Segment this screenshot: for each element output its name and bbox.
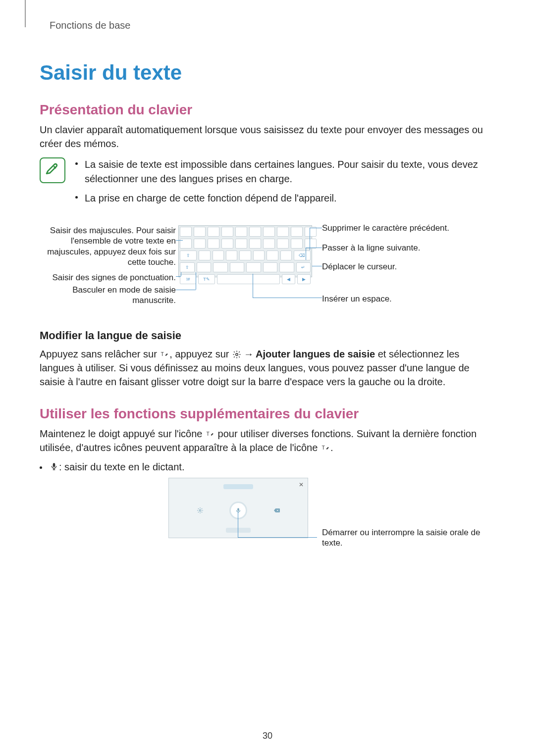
keyboard-diagram: ⇧⌫ ⇧↵ !#T✎◀▶ Saisir des majuscules. Pour… xyxy=(40,220,495,309)
language-paragraph: Appuyez sans relâcher sur T, appuyez sur… xyxy=(40,347,495,389)
note-text: La prise en charge de cette fonction dép… xyxy=(85,191,337,205)
bullet-voice-input: : saisir du texte en le dictant. xyxy=(40,461,495,473)
callout-handwriting: Basculer en mode de saisie manuscrite. xyxy=(40,285,176,306)
callout-voice: Démarrer ou interrompre la saisie orale … xyxy=(322,527,481,549)
note-box: La saisie de texte est impossible dans c… xyxy=(40,157,495,210)
svg-text:T: T xyxy=(161,351,164,357)
handwriting-icon: T xyxy=(321,443,330,453)
bullet-icon xyxy=(75,196,78,199)
keyboard-body: ⇧⌫ ⇧↵ !#T✎◀▶ xyxy=(178,225,312,277)
bullet-icon xyxy=(75,162,78,165)
svg-rect-4 xyxy=(53,463,55,467)
header-rule xyxy=(25,0,26,27)
svg-text:T: T xyxy=(321,445,325,451)
backspace-key-icon: ⌫ xyxy=(294,251,311,260)
voice-result-bar xyxy=(223,484,253,489)
microphone-icon xyxy=(49,461,59,471)
callout-cursor: Déplacer le curseur. xyxy=(322,261,397,272)
callout-backspace: Supprimer le caractère précédent. xyxy=(322,223,449,233)
voice-language-bar xyxy=(226,528,251,533)
section-heading-extra: Utiliser les fonctions supplémentaires d… xyxy=(40,406,495,422)
svg-text:T: T xyxy=(207,431,210,437)
microphone-icon xyxy=(231,503,246,518)
gear-icon xyxy=(195,505,206,516)
callout-shift: Saisir des majuscules. Pour saisir l'ens… xyxy=(40,225,176,267)
return-key-icon: ↵ xyxy=(296,262,311,272)
svg-rect-6 xyxy=(237,508,239,511)
voice-input-diagram: ✕ Démarrer ou interrompre la saisie oral… xyxy=(168,478,515,552)
note-text: La saisie de texte est impossible dans c… xyxy=(85,157,495,186)
handwriting-key-icon: T✎ xyxy=(198,274,214,284)
breadcrumb: Fonctions de base xyxy=(50,20,495,31)
callout-return: Passer à la ligne suivante. xyxy=(322,243,420,253)
close-icon: ✕ xyxy=(299,481,304,488)
shift-key-icon: ⇧ xyxy=(180,262,195,272)
arrow-right-icon: → xyxy=(244,347,254,361)
gear-icon xyxy=(232,350,242,359)
extra-paragraph: Maintenez le doigt appuyé sur l'icône T … xyxy=(40,427,495,454)
svg-point-1 xyxy=(236,353,238,356)
callout-punctuation: Saisir des signes de ponctuation. xyxy=(40,272,176,283)
page-title: Saisir du texte xyxy=(40,61,495,85)
backspace-icon xyxy=(271,505,282,516)
menu-item-add-input-languages: Ajouter langues de saisie xyxy=(256,349,375,359)
callout-space: Insérer un espace. xyxy=(322,294,392,304)
bullet-icon xyxy=(40,466,42,469)
subheading-language: Modifier la langue de saisie xyxy=(40,329,495,342)
voice-panel: ✕ xyxy=(168,478,308,538)
section-heading-presentation: Présentation du clavier xyxy=(40,102,495,118)
cursor-left-icon: ◀ xyxy=(282,274,295,284)
page-number: 30 xyxy=(0,731,535,741)
punctuation-key-icon: !# xyxy=(180,274,196,284)
note-icon xyxy=(40,157,65,183)
note-item: La prise en charge de cette fonction dép… xyxy=(75,191,495,205)
note-item: La saisie de texte est impossible dans c… xyxy=(75,157,495,186)
intro-paragraph: Un clavier apparaît automatiquement lors… xyxy=(40,123,495,151)
svg-point-5 xyxy=(199,509,201,511)
shift-key-icon: ⇧ xyxy=(180,251,197,260)
cursor-right-icon: ▶ xyxy=(297,274,311,284)
handwriting-icon: T xyxy=(205,429,215,439)
bullet-text: : saisir du texte en le dictant. xyxy=(59,461,184,473)
handwriting-icon: T xyxy=(160,350,169,359)
